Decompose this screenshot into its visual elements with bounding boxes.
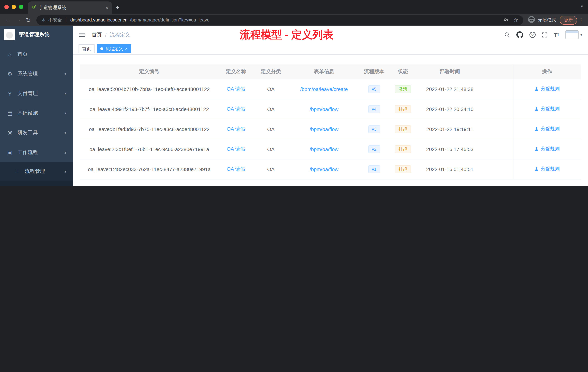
search-icon[interactable] (504, 32, 510, 38)
table-row: oa_leave:3:1fad3d93-7b75-11ec-a3c8-acde4… (80, 119, 581, 139)
col-definition-category: 定义分类 (253, 65, 288, 79)
tag-close-icon[interactable]: × (125, 47, 128, 51)
tab-search-chevron-icon[interactable]: ▾ (581, 4, 583, 9)
chevron-up-icon: ▴ (64, 151, 66, 154)
sidebar-item-infra[interactable]: ▤ 基础设施 ▾ (0, 103, 73, 123)
address-bar[interactable]: ⚠ 不安全 | dashboard.yudao.iocoder.cn/bpm/m… (36, 15, 523, 25)
definition-name-link[interactable]: OA 请假 (227, 146, 245, 152)
assign-rule-button[interactable]: 分配规则 (534, 106, 560, 112)
new-tab-button[interactable]: + (112, 2, 123, 13)
col-definition-id: 定义编号 (80, 65, 219, 79)
briefcase-icon: ▣ (7, 149, 13, 156)
tag-process-definition[interactable]: 流程定义 × (97, 44, 131, 53)
chevron-down-icon: ▾ (64, 111, 66, 115)
browser-tab[interactable]: 芋道管理系统 × (28, 1, 112, 14)
version-tag: v1 (368, 165, 380, 173)
status-badge: 挂起 (395, 105, 411, 113)
forward-button[interactable]: → (13, 17, 23, 23)
definition-category: OA (253, 99, 288, 119)
browser-toolbar: ← → ↻ ⚠ 不安全 | dashboard.yudao.iocoder.cn… (0, 14, 588, 26)
sidebar-item-workflow[interactable]: ▣ 工作流程 ▴ (0, 143, 73, 162)
sidebar-item-process-form[interactable]: ▥ 流程表单 (0, 181, 73, 186)
sidebar-collapse-icon[interactable] (79, 31, 86, 38)
deploy-time: 2022-01-22 19:19:11 (417, 119, 483, 139)
assign-rule-button[interactable]: 分配规则 (534, 126, 560, 132)
gear-icon: ⚙ (7, 71, 13, 77)
url-separator: | (65, 17, 67, 22)
definition-id: oa_leave:1:482ec033-762a-11ec-8477-a2380… (80, 159, 219, 179)
definition-name-link[interactable]: OA 请假 (227, 126, 245, 131)
fullscreen-icon[interactable] (542, 32, 547, 38)
sidebar-item-label: 基础设施 (17, 110, 60, 117)
deploy-time: 2022-01-16 17:46:53 (417, 139, 483, 159)
tag-home[interactable]: 首页 (79, 44, 94, 53)
annotation-text: 流程模型 - 定义列表 (240, 27, 334, 42)
breadcrumb-home[interactable]: 首页 (92, 32, 102, 38)
deploy-time: 2022-01-16 01:40:51 (417, 159, 483, 179)
sidebar-item-label: 首页 (17, 51, 66, 57)
incognito-badge: 无痕模式 (528, 16, 556, 24)
sidebar-item-system[interactable]: ⚙ 系统管理 ▾ (0, 64, 73, 84)
definition-category: OA (253, 119, 288, 139)
assign-rule-button[interactable]: 分配规则 (534, 86, 560, 92)
close-window-button[interactable] (4, 5, 9, 9)
col-spacer (483, 65, 513, 79)
topbar: 首页 / 流程定义 流程模型 - 定义列表 ? TT (73, 26, 588, 43)
maximize-window-button[interactable] (19, 5, 23, 9)
sidebar: 芋道管理系统 ⌂ 首页 ⚙ 系统管理 ▾ ¥ 支付管理 ▾ ▤ (0, 26, 73, 186)
yen-icon: ¥ (7, 90, 13, 97)
back-button[interactable]: ← (3, 17, 13, 23)
browser-tab-strip: 芋道管理系统 × + ▾ (0, 0, 588, 14)
tab-close-icon[interactable]: × (105, 5, 108, 11)
workflow-submenu: ≣ 流程管理 ▴ ▥ 流程表单 ☻ 用户分组 ➤ 流程模型 (0, 162, 73, 186)
window-controls (4, 5, 23, 9)
form-link[interactable]: /bpm/oa/flow (310, 126, 338, 132)
url-path: /bpm/manager/definition?key=oa_leave (130, 17, 210, 22)
status-badge: 挂起 (395, 145, 411, 153)
sidebar-item-label: 支付管理 (17, 90, 60, 97)
definition-name-link[interactable]: OA 请假 (227, 106, 245, 111)
github-icon[interactable] (516, 31, 523, 38)
cell-spacer (483, 119, 513, 139)
table-header-row: 定义编号 定义名称 定义分类 表单信息 流程版本 状态 部署时间 操作 (80, 65, 581, 79)
definition-name-link[interactable]: OA 请假 (227, 166, 245, 172)
cell-spacer (483, 139, 513, 159)
sidebar-item-process-mgmt[interactable]: ≣ 流程管理 ▴ (0, 162, 73, 181)
user-avatar-menu[interactable]: ▾ (566, 30, 582, 39)
definition-name-link[interactable]: OA 请假 (227, 86, 245, 92)
sidebar-item-label: 研发工具 (17, 130, 60, 136)
not-secure-warning-icon: ⚠ (42, 17, 46, 23)
col-definition-name: 定义名称 (219, 65, 253, 79)
version-tag: v2 (368, 145, 380, 153)
bookmark-star-icon[interactable]: ☆ (513, 17, 518, 23)
content-area: 定义编号 定义名称 定义分类 表单信息 流程版本 状态 部署时间 操作 (73, 55, 588, 186)
sidebar-item-devtools[interactable]: ⚒ 研发工具 ▾ (0, 123, 73, 143)
form-link[interactable]: /bpm/oa/flow (310, 166, 338, 172)
reload-button[interactable]: ↻ (23, 17, 33, 23)
password-key-icon[interactable] (503, 17, 509, 23)
help-icon[interactable]: ? (529, 32, 536, 38)
sidebar-item-payment[interactable]: ¥ 支付管理 ▾ (0, 84, 73, 103)
form-link[interactable]: /bpm/oa/flow (310, 106, 338, 112)
minimize-window-button[interactable] (12, 5, 16, 9)
sidebar-item-home[interactable]: ⌂ 首页 (0, 44, 73, 64)
definition-id: oa_leave:5:004b710b-7b8a-11ec-8ef0-acde4… (80, 79, 219, 99)
assign-rule-button[interactable]: 分配规则 (534, 146, 560, 152)
form-link[interactable]: /bpm/oa/flow (310, 146, 338, 152)
font-size-icon[interactable]: TT (554, 32, 559, 38)
version-tag: v5 (368, 85, 380, 93)
col-action: 操作 (513, 65, 581, 79)
monitor-icon: ▤ (7, 110, 13, 117)
list-icon: ≣ (14, 168, 20, 175)
browser-menu-icon[interactable]: ⋮ (577, 17, 585, 23)
version-tag: v4 (368, 105, 380, 113)
assign-rule-button[interactable]: 分配规则 (534, 166, 560, 172)
form-link[interactable]: /bpm/oa/leave/create (300, 86, 348, 92)
app-logo-row[interactable]: 芋道管理系统 (0, 26, 73, 43)
incognito-icon (528, 16, 535, 24)
browser-update-button[interactable]: 更新 (560, 15, 577, 25)
status-badge: 挂起 (395, 165, 411, 173)
screen: 芋道管理系统 × + ▾ ← → ↻ ⚠ 不安全 | dashboard.yud… (0, 0, 588, 186)
topbar-actions: ? TT ▾ (504, 30, 582, 39)
col-status: 状态 (389, 65, 417, 79)
